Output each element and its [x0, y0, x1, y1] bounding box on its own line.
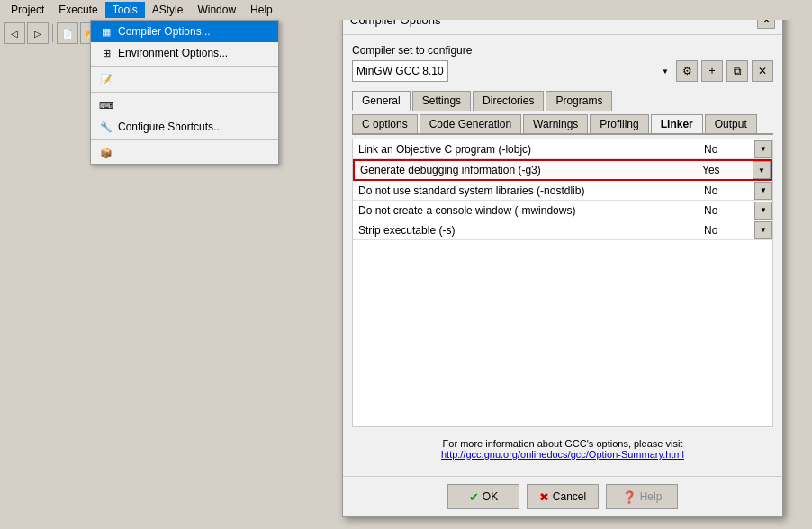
compiler-options-icon: ▦: [98, 24, 114, 39]
footer-link[interactable]: http://gcc.gnu.org/onlinedocs/gcc/Option…: [352, 449, 773, 460]
menu-item-configure-tools-label: Configure Shortcuts...: [118, 121, 222, 133]
menu-window[interactable]: Window: [190, 2, 243, 18]
subtab-profiling[interactable]: Profiling: [590, 114, 648, 133]
env-options-icon: ⊞: [98, 46, 114, 60]
compiler-options-dialog: Compiler Options ✕ Compiler set to confi…: [342, 4, 783, 517]
dropdown-sep1: [91, 66, 278, 67]
cancel-button[interactable]: ✖ Cancel: [527, 484, 599, 509]
options-label-lobjc: Link an Objective C program (-lobjc): [353, 140, 700, 158]
tools-dropdown-menu: ▦ Compiler Options... ⊞ Environment Opti…: [90, 20, 279, 165]
options-value-lobjc: No: [700, 140, 754, 158]
ok-label: OK: [483, 490, 498, 503]
toolbar-sep1: [52, 24, 53, 42]
subtab-code-gen[interactable]: Code Generation: [420, 114, 521, 133]
options-dropdown-g3[interactable]: ▼: [753, 161, 771, 179]
subtab-c-options[interactable]: C options: [352, 114, 418, 133]
compiler-select[interactable]: MinGW GCC 8.10: [352, 60, 448, 82]
ok-icon: ✔: [469, 490, 479, 504]
options-row-lobjc: Link an Objective C program (-lobjc) No …: [353, 139, 772, 159]
subtab-output[interactable]: Output: [705, 114, 757, 133]
options-area: Link an Objective C program (-lobjc) No …: [352, 139, 773, 427]
tab-settings[interactable]: Settings: [412, 91, 471, 111]
menu-item-configure-tools[interactable]: 🔧 Configure Shortcuts...: [91, 116, 278, 138]
dropdown-sep3: [91, 139, 278, 140]
menu-item-compiler-options-label: Compiler Options...: [118, 25, 211, 38]
sub-tab-row: C options Code Generation Warnings Profi…: [352, 114, 773, 135]
tab-directories[interactable]: Directories: [473, 91, 544, 111]
cancel-icon: ✖: [539, 490, 549, 504]
options-dropdown-lobjc[interactable]: ▼: [754, 140, 772, 158]
editor-options-icon: 📝: [98, 72, 114, 86]
dropdown-sep2: [91, 92, 278, 93]
main-tabs: General Settings Directories Programs: [352, 91, 773, 111]
options-label-strip: Strip executable (-s): [353, 221, 700, 239]
menu-item-env-options-label: Environment Options...: [118, 47, 228, 59]
compiler-delete-btn[interactable]: ✕: [752, 60, 773, 82]
main-tab-row: General Settings Directories Programs: [352, 91, 773, 111]
compiler-add-btn[interactable]: +: [701, 60, 723, 82]
dialog-footer-info: For more information about GCC's options…: [352, 431, 773, 467]
menu-item-editor-options[interactable]: 📝: [91, 68, 278, 90]
footer-text: For more information about GCC's options…: [352, 438, 773, 449]
compiler-set-label: Compiler set to configure: [352, 44, 773, 57]
package-manager-icon: 📦: [98, 146, 114, 160]
options-dropdown-mwindows[interactable]: ▼: [754, 202, 772, 220]
subtab-warnings[interactable]: Warnings: [523, 114, 588, 133]
menu-item-shortcuts[interactable]: ⌨: [91, 94, 278, 116]
tab-general[interactable]: General: [352, 91, 411, 111]
options-row-mwindows: Do not create a console window (-mwindow…: [353, 201, 772, 220]
options-label-mwindows: Do not create a console window (-mwindow…: [353, 202, 700, 220]
shortcuts-icon: ⌨: [98, 98, 114, 112]
help-button[interactable]: ❓ Help: [606, 484, 678, 509]
options-value-strip: No: [700, 221, 754, 239]
toolbar-back[interactable]: ◁: [4, 22, 25, 44]
help-icon: ❓: [622, 490, 636, 504]
menu-astyle[interactable]: AStyle: [145, 2, 191, 18]
menu-help[interactable]: Help: [243, 2, 280, 18]
menu-tools[interactable]: Tools: [105, 2, 145, 18]
dialog-content: Compiler set to configure MinGW GCC 8.10…: [343, 35, 782, 476]
options-row-strip: Strip executable (-s) No ▼: [353, 220, 772, 240]
menu-item-compiler-options[interactable]: ▦ Compiler Options...: [91, 21, 278, 42]
compiler-copy-btn[interactable]: ⧉: [726, 60, 748, 82]
menu-item-package-manager[interactable]: 📦: [91, 142, 278, 164]
help-label: Help: [640, 490, 663, 503]
subtab-linker[interactable]: Linker: [651, 114, 703, 133]
ok-button[interactable]: ✔ OK: [447, 484, 519, 509]
options-label-nostdlib: Do not use standard system libraries (-n…: [353, 182, 700, 200]
menu-execute[interactable]: Execute: [51, 2, 104, 18]
toolbar-new[interactable]: 📄: [57, 22, 78, 44]
dialog-buttons: ✔ OK ✖ Cancel ❓ Help: [343, 476, 782, 516]
options-row-g3: Generate debugging information (-g3) Yes…: [353, 159, 772, 181]
options-value-g3: Yes: [699, 161, 753, 179]
menu-item-env-options[interactable]: ⊞ Environment Options...: [91, 42, 278, 64]
compiler-settings-btn[interactable]: ⚙: [676, 60, 698, 82]
compiler-selector-row: MinGW GCC 8.10 ⚙ + ⧉ ✕: [352, 60, 773, 82]
options-value-mwindows: No: [700, 202, 754, 220]
options-label-g3: Generate debugging information (-g3): [355, 161, 699, 179]
menu-bar: Project Execute Tools AStyle Window Help: [0, 0, 812, 20]
compiler-select-wrapper: MinGW GCC 8.10: [352, 60, 672, 82]
options-row-nostdlib: Do not use standard system libraries (-n…: [353, 181, 772, 201]
options-dropdown-strip[interactable]: ▼: [754, 221, 772, 239]
tab-programs[interactable]: Programs: [546, 91, 612, 111]
configure-tools-icon: 🔧: [98, 120, 114, 134]
toolbar-forward[interactable]: ▷: [27, 22, 49, 44]
options-dropdown-nostdlib[interactable]: ▼: [754, 182, 772, 200]
menu-project[interactable]: Project: [4, 2, 51, 18]
cancel-label: Cancel: [553, 490, 586, 503]
options-value-nostdlib: No: [700, 182, 754, 200]
